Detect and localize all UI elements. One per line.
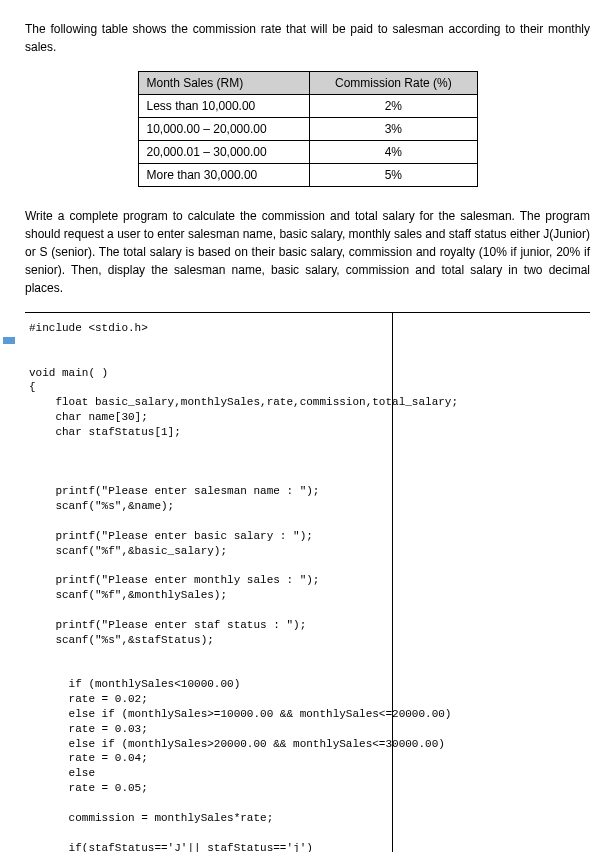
table-header-rate: Commission Rate (%) — [310, 72, 477, 95]
problem-text: Write a complete program to calculate th… — [25, 207, 590, 297]
sales-cell: More than 30,000.00 — [138, 164, 310, 187]
rate-cell: 3% — [310, 118, 477, 141]
code-block: #include <stdio.h> void main( ) { float … — [25, 313, 393, 852]
table-row: More than 30,000.00 5% — [138, 164, 477, 187]
sales-cell: 10,000.00 – 20,000.00 — [138, 118, 310, 141]
sales-cell: 20,000.01 – 30,000.00 — [138, 141, 310, 164]
table-header-sales: Month Sales (RM) — [138, 72, 310, 95]
intro-text: The following table shows the commission… — [25, 20, 590, 56]
rate-cell: 4% — [310, 141, 477, 164]
marker-icon — [3, 337, 15, 344]
table-row: Less than 10,000.00 2% — [138, 95, 477, 118]
sales-cell: Less than 10,000.00 — [138, 95, 310, 118]
commission-table: Month Sales (RM) Commission Rate (%) Les… — [138, 71, 478, 187]
rate-cell: 2% — [310, 95, 477, 118]
table-row: 20,000.01 – 30,000.00 4% — [138, 141, 477, 164]
table-row: 10,000.00 – 20,000.00 3% — [138, 118, 477, 141]
rate-cell: 5% — [310, 164, 477, 187]
code-container: #include <stdio.h> void main( ) { float … — [25, 312, 590, 852]
code-right-pane — [393, 313, 590, 852]
